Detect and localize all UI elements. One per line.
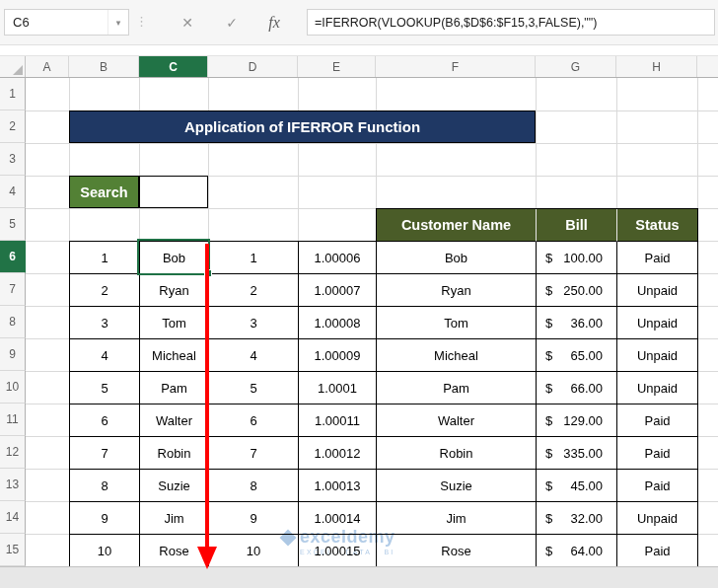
cell-G11[interactable]: $ 129.00	[537, 404, 617, 437]
cell-H5-status-header[interactable]: Status	[617, 209, 698, 242]
column-header-e[interactable]: E	[298, 56, 376, 77]
cell-D7[interactable]: 2	[209, 274, 299, 307]
cell-E14[interactable]: 1.00014	[299, 502, 377, 535]
cell-H7[interactable]: Unpaid	[617, 274, 698, 307]
column-header-c-selected[interactable]: C	[139, 56, 208, 77]
cell-E6[interactable]: 1.00006	[299, 242, 377, 274]
cell-B9[interactable]: 4	[70, 339, 140, 372]
cell-G14[interactable]: $ 32.00	[537, 502, 617, 535]
cell-F12[interactable]: Robin	[377, 437, 537, 470]
cell-F14[interactable]: Jim	[377, 502, 537, 535]
cell-G9[interactable]: $ 65.00	[537, 339, 617, 372]
cell-F15[interactable]: Rose	[377, 535, 537, 567]
cell-E10[interactable]: 1.0001	[299, 372, 377, 404]
cell-E9[interactable]: 1.00009	[299, 339, 377, 372]
bill-amount: 129.00	[563, 413, 603, 428]
cell-F10[interactable]: Pam	[377, 372, 537, 404]
cell-B13[interactable]: 8	[70, 470, 140, 502]
cell-G8[interactable]: $ 36.00	[537, 307, 617, 339]
cell-H9[interactable]: Unpaid	[617, 339, 698, 372]
cell-E7[interactable]: 1.00007	[299, 274, 377, 307]
cell-H15[interactable]: Paid	[617, 535, 698, 567]
name-box-dropdown-icon[interactable]: ▾	[108, 10, 128, 35]
cell-C11[interactable]: Walter	[140, 404, 209, 437]
cell-B12[interactable]: 7	[70, 437, 140, 470]
search-input-cell[interactable]	[139, 176, 208, 208]
cell-B8[interactable]: 3	[70, 307, 140, 339]
title-banner[interactable]: Application of IFERROR Function	[69, 110, 536, 143]
cell-C8[interactable]: Tom	[140, 307, 209, 339]
cell-B14[interactable]: 9	[70, 502, 140, 535]
search-label: Search	[69, 176, 139, 208]
formula-bar[interactable]: =IFERROR(VLOOKUP(B6,$D$6:$F15,3,FALSE),"…	[307, 9, 715, 36]
cell-G7[interactable]: $ 250.00	[537, 274, 617, 307]
cell-G15[interactable]: $ 64.00	[537, 535, 617, 567]
cell-G5-bill-header[interactable]: Bill	[537, 209, 617, 242]
cell-F11[interactable]: Walter	[377, 404, 537, 437]
bill-amount: 100.00	[563, 251, 603, 265]
cell-C10[interactable]: Pam	[140, 372, 209, 404]
cell-C9[interactable]: Micheal	[140, 339, 209, 372]
cell-H10[interactable]: Unpaid	[617, 372, 698, 404]
cell-F13[interactable]: Suzie	[377, 470, 537, 502]
cell-H12[interactable]: Paid	[617, 437, 698, 470]
cell-E13[interactable]: 1.00013	[299, 470, 377, 502]
column-header-h[interactable]: H	[616, 56, 697, 77]
cell-H13[interactable]: Paid	[617, 470, 698, 502]
cell-H11[interactable]: Paid	[617, 404, 698, 437]
cell-C13[interactable]: Suzie	[140, 470, 209, 502]
cell-C15[interactable]: Rose	[140, 535, 209, 567]
cell-D6[interactable]: 1	[209, 242, 299, 274]
cell-B11[interactable]: 6	[70, 404, 140, 437]
currency-symbol: $	[545, 381, 552, 396]
cell-D15[interactable]: 10	[209, 535, 299, 567]
name-box[interactable]: C6 ▾	[4, 9, 129, 36]
cell-C7[interactable]: Ryan	[140, 274, 209, 307]
separator-dots-icon: ⋮	[135, 14, 148, 29]
cancel-icon[interactable]: ✕	[174, 9, 201, 36]
cell-C12[interactable]: Robin	[140, 437, 209, 470]
column-header-f[interactable]: F	[376, 56, 536, 77]
sheet-end-strip	[0, 566, 718, 588]
cell-B10[interactable]: 5	[70, 372, 140, 404]
cell-B15[interactable]: 10	[70, 535, 140, 567]
column-header-d[interactable]: D	[208, 56, 298, 77]
enter-icon[interactable]: ✓	[218, 9, 246, 36]
cell-F6[interactable]: Bob	[377, 242, 537, 274]
cell-D13[interactable]: 8	[209, 470, 299, 502]
cell-H6[interactable]: Paid	[617, 242, 698, 274]
cell-F5-customer-name-header[interactable]: Customer Name	[377, 209, 537, 242]
cell-G12[interactable]: $ 335.00	[537, 437, 617, 470]
cell-E11[interactable]: 1.00011	[299, 404, 377, 437]
cell-G10[interactable]: $ 66.00	[537, 372, 617, 404]
cell-C14[interactable]: Jim	[140, 502, 209, 535]
cell-F9[interactable]: Micheal	[377, 339, 537, 372]
cell-B7[interactable]: 2	[70, 274, 140, 307]
cell-E15[interactable]: 1.00015	[299, 535, 377, 567]
bill-amount: 36.00	[570, 316, 603, 331]
cell-D12[interactable]: 7	[209, 437, 299, 470]
cell-D9[interactable]: 4	[209, 339, 299, 372]
insert-function-icon[interactable]: fx	[260, 9, 288, 36]
cell-H8[interactable]: Unpaid	[617, 307, 698, 339]
cell-F8[interactable]: Tom	[377, 307, 537, 339]
column-header-a[interactable]: A	[26, 56, 69, 77]
cell-D14[interactable]: 9	[209, 502, 299, 535]
cell-D11[interactable]: 6	[209, 404, 299, 437]
currency-symbol: $	[545, 348, 552, 363]
customer-bill-status-table: Customer Name Bill Status Bob $ 100.00 P…	[376, 208, 698, 567]
cell-D10[interactable]: 5	[209, 372, 299, 404]
cell-C6[interactable]: Bob	[140, 242, 209, 274]
cell-F7[interactable]: Ryan	[377, 274, 537, 307]
cell-B6[interactable]: 1	[70, 242, 140, 274]
cell-E8[interactable]: 1.00008	[299, 307, 377, 339]
column-header-g[interactable]: G	[536, 56, 616, 77]
column-header-b[interactable]: B	[69, 56, 139, 77]
cell-G6[interactable]: $ 100.00	[537, 242, 617, 274]
bill-amount: 64.00	[570, 544, 603, 558]
cell-G13[interactable]: $ 45.00	[537, 470, 617, 502]
cell-H14[interactable]: Unpaid	[617, 502, 698, 535]
cell-E12[interactable]: 1.00012	[299, 437, 377, 470]
cell-D8[interactable]: 3	[209, 307, 299, 339]
select-all-corner[interactable]	[0, 56, 26, 77]
